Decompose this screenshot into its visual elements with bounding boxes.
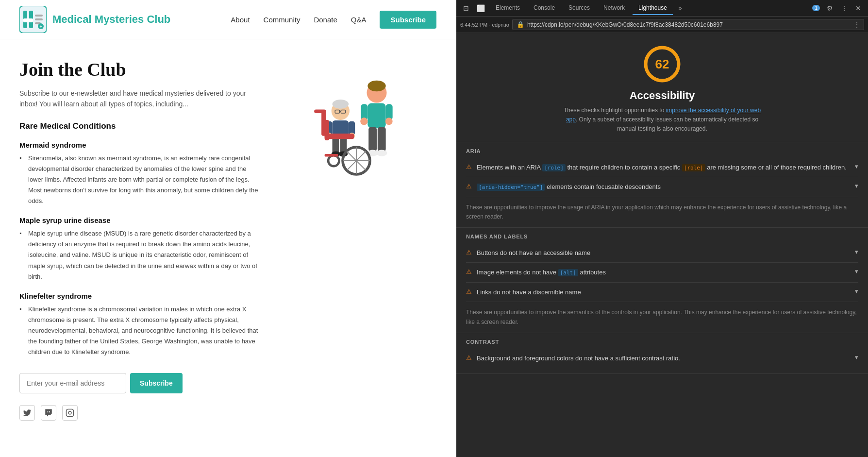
chevron-icon-1: ▾: [855, 163, 858, 170]
chevron-icon-2: ▾: [855, 182, 858, 189]
form-subscribe-button[interactable]: Subscribe: [130, 373, 183, 393]
svg-rect-18: [368, 127, 377, 152]
svg-point-21: [376, 150, 387, 156]
email-form: Subscribe: [19, 373, 262, 393]
notification-badge: 1: [812, 5, 820, 11]
svg-rect-14: [361, 104, 367, 120]
security-warning-icon: 🔒: [517, 21, 524, 28]
section-title: Rare Medical Conditions: [19, 121, 262, 131]
aria-item-2[interactable]: ⚠ [aria-hidden="true"] elements contain …: [466, 177, 858, 197]
nav-link-donate[interactable]: Donate: [314, 16, 337, 24]
nav-link-about[interactable]: About: [231, 16, 250, 24]
svg-rect-19: [378, 127, 386, 152]
nav-link-community[interactable]: Community: [264, 16, 300, 24]
tab-lighthouse[interactable]: Lighthouse: [633, 1, 673, 15]
nl-item-2[interactable]: ⚠ Image elements do not have [alt] attri…: [466, 263, 858, 283]
condition-title-klinefelter: Klinefelter syndrome: [19, 292, 262, 300]
svg-rect-5: [35, 18, 43, 20]
email-input[interactable]: [19, 373, 126, 393]
aria-section: ARIA ⚠ Elements with an ARIA [role] that…: [456, 142, 868, 228]
page-title: Join the Club: [19, 59, 262, 80]
settings-icon-btn[interactable]: ⚙: [824, 2, 836, 14]
chevron-c1: ▾: [855, 354, 858, 361]
warning-icon-nl1: ⚠: [466, 249, 472, 256]
warning-icon-nl2: ⚠: [466, 268, 472, 275]
aria-item-1-text: Elements with an ARIA [role] that requir…: [477, 163, 850, 172]
names-labels-section: NAMES AND LABELS ⚠ Buttons do not have a…: [456, 228, 868, 333]
nl-item-3-text: Links do not have a discernible name: [477, 288, 850, 297]
twitch-icon[interactable]: [41, 405, 56, 421]
nl-item-1-text: Buttons do not have an accessible name: [477, 248, 850, 258]
nav-subscribe-button[interactable]: Subscribe: [380, 11, 436, 29]
tab-sources[interactable]: Sources: [563, 1, 596, 15]
chevron-nl1: ▾: [855, 248, 858, 255]
score-circle: 62: [643, 45, 682, 84]
condition-desc-klinefelter: Klinefelter syndrome is a chromosomal va…: [19, 304, 262, 357]
svg-point-38: [328, 155, 339, 166]
svg-rect-9: [67, 409, 74, 417]
content-right: [277, 59, 422, 421]
nav: + Medical Mysteries Club About Community…: [0, 0, 456, 39]
aria-note: These are opportunities to improve the u…: [466, 197, 858, 221]
nav-logo: + Medical Mysteries Club: [19, 6, 170, 33]
url-text: https://cdpn.io/pen/debug/KKebGwO/0d8ee1…: [527, 21, 723, 28]
aria-section-title: ARIA: [466, 148, 858, 154]
box-icon-btn[interactable]: ⬜: [474, 2, 488, 14]
accessibility-description: These checks highlight opportunities to …: [560, 106, 764, 134]
nl-item-2-text: Image elements do not have [alt] attribu…: [477, 268, 850, 277]
url-bar: 🔒 https://cdpn.io/pen/debug/KKebGwO/0d8e…: [512, 19, 864, 30]
condition-desc-mermaid: Sirenomelia, also known as mermaid syndr…: [19, 153, 262, 206]
svg-point-17: [385, 118, 393, 125]
svg-point-47: [360, 118, 367, 125]
chevron-nl2: ▾: [855, 268, 858, 275]
main-content: Join the Club Subscribe to our e-newslet…: [0, 39, 456, 430]
cursor-icon-btn[interactable]: ⊡: [460, 2, 472, 14]
aria-item-2-text: [aria-hidden="true"] elements contain fo…: [477, 182, 850, 192]
contrast-section-title: CONTRAST: [466, 339, 858, 345]
tab-console[interactable]: Console: [528, 1, 561, 15]
aria-item-1[interactable]: ⚠ Elements with an ARIA [role] that requ…: [466, 158, 858, 178]
condition-title-maple: Maple syrup urine disease: [19, 216, 262, 224]
timestamp: 6:44:52 PM · cdpn.io: [460, 22, 509, 28]
nl-item-1[interactable]: ⚠ Buttons do not have an accessible name…: [466, 243, 858, 263]
nav-link-qa[interactable]: Q&A: [351, 16, 367, 24]
tab-elements[interactable]: Elements: [490, 1, 526, 15]
condition-desc-maple: Maple syrup urine disease (MSUD) is a ra…: [19, 228, 262, 282]
chevron-nl3: ▾: [855, 288, 858, 295]
nl-item-3[interactable]: ⚠ Links do not have a discernible name ▾: [466, 283, 858, 303]
score-number: 62: [655, 57, 669, 72]
url-more-icon: ⋮: [854, 21, 860, 28]
devtools-topbar: ⊡ ⬜ Elements Console Sources Network Lig…: [456, 0, 868, 17]
warning-icon-2: ⚠: [466, 183, 472, 190]
warning-icon-c1: ⚠: [466, 354, 472, 361]
svg-text:+: +: [39, 24, 42, 29]
svg-rect-44: [325, 154, 338, 157]
contrast-item-1[interactable]: ⚠ Background and foreground colors do no…: [466, 349, 858, 368]
accessibility-title: Accessibility: [630, 89, 695, 102]
desc-end: . Only a subset of accessibility issues …: [576, 116, 758, 132]
svg-rect-13: [367, 103, 385, 128]
hero-illustration: [282, 59, 417, 195]
names-labels-note: These are opportunities to improve the s…: [466, 302, 858, 326]
logo-icon: +: [19, 6, 47, 33]
contrast-item-1-text: Background and foreground colors do not …: [477, 354, 850, 363]
close-panel-btn[interactable]: ✕: [852, 2, 864, 14]
devtools-panel: ⊡ ⬜ Elements Console Sources Network Lig…: [456, 0, 868, 457]
more-options-btn[interactable]: ⋮: [838, 2, 851, 14]
tab-more[interactable]: »: [675, 2, 686, 15]
warning-icon-1: ⚠: [466, 163, 472, 170]
svg-point-23: [333, 100, 349, 109]
lighthouse-score-area: 62 Accessibility These checks highlight …: [456, 33, 868, 142]
svg-rect-45: [321, 111, 326, 135]
condition-title-mermaid: Mermaid syndrome: [19, 141, 262, 149]
names-labels-title: NAMES AND LABELS: [466, 234, 858, 239]
svg-rect-3: [23, 18, 33, 22]
website-panel: + Medical Mysteries Club About Community…: [0, 0, 456, 457]
svg-rect-46: [314, 110, 326, 113]
tab-network[interactable]: Network: [598, 1, 631, 15]
svg-point-12: [367, 81, 385, 91]
instagram-icon[interactable]: [62, 405, 78, 421]
nav-links: About Community Donate Q&A Subscribe: [231, 11, 436, 29]
social-icons: [19, 405, 262, 421]
twitter-icon[interactable]: [19, 405, 35, 421]
